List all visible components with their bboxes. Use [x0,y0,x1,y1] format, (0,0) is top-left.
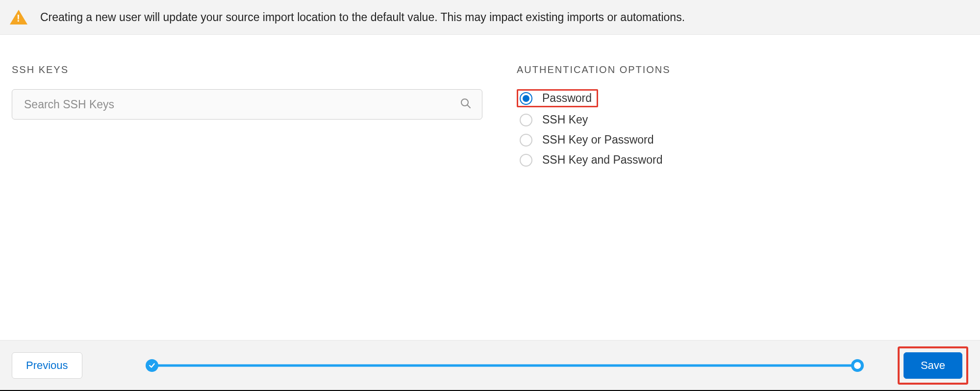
save-highlight: Save [898,346,968,385]
auth-option-ssh-and-password[interactable]: SSH Key and Password [517,152,968,168]
radio-label: Password [542,92,592,105]
auth-option-password[interactable]: Password [517,89,598,107]
warning-icon [10,10,27,24]
auth-options-section: AUTHENTICATION OPTIONS Password SSH Key … [517,64,968,168]
auth-options-heading: AUTHENTICATION OPTIONS [517,64,968,75]
radio-label: SSH Key [542,113,588,126]
auth-radio-list: Password SSH Key SSH Key or Password SSH… [517,89,968,168]
radio-label: SSH Key or Password [542,133,654,147]
progress-step-complete-icon [146,359,158,372]
wizard-footer: Previous Save [0,340,980,390]
main-content: SSH KEYS AUTHENTICATION OPTIONS Password… [0,35,980,168]
radio-icon [520,114,532,126]
ssh-keys-section: SSH KEYS [12,64,482,168]
radio-icon [520,154,532,167]
wizard-progress [146,359,863,372]
progress-line [152,364,857,367]
warning-message: Creating a new user will update your sou… [40,11,685,24]
ssh-search-wrap [12,89,482,120]
progress-step-current-icon [851,359,864,372]
save-button[interactable]: Save [904,352,962,379]
auth-option-ssh-key[interactable]: SSH Key [517,112,968,127]
warning-banner: Creating a new user will update your sou… [0,0,980,35]
auth-option-ssh-or-password[interactable]: SSH Key or Password [517,132,968,147]
ssh-search-input[interactable] [12,89,482,120]
radio-label: SSH Key and Password [542,153,662,167]
radio-icon [520,134,532,147]
ssh-keys-heading: SSH KEYS [12,64,482,75]
radio-icon [520,92,532,105]
previous-button[interactable]: Previous [12,352,82,379]
